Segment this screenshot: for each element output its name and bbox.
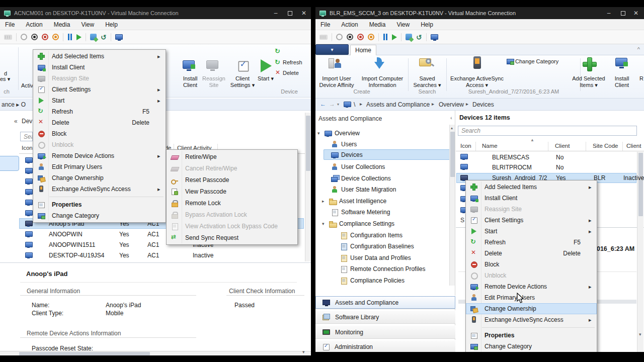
list-scrollbar[interactable] (305, 113, 310, 261)
delete-label[interactable]: Delete (283, 70, 299, 76)
ctx-install-client[interactable]: Install Client (466, 193, 597, 204)
checkpoint-icon[interactable] (90, 34, 97, 40)
history-dropdown-icon[interactable]: ▾ (337, 102, 339, 107)
ctx-change-category[interactable]: Change Category (33, 210, 166, 221)
expander-icon[interactable]: ▾ (322, 221, 326, 226)
sub-retire-wipe[interactable]: Retire/Wipe (167, 151, 297, 162)
tree-configuration-baselines[interactable]: Configuration Baselines (340, 241, 414, 251)
menu-action[interactable]: Action (341, 21, 358, 28)
column-client2[interactable]: Client (626, 143, 641, 149)
device-row-icon[interactable] (25, 156, 32, 163)
ctx-exchange-activesync[interactable]: Exchange ActiveSync Access (466, 314, 597, 325)
tree-asset-intelligence[interactable]: ▸Asset Intelligence (322, 196, 386, 206)
refresh-label[interactable]: Refresh (283, 59, 302, 65)
titlebar-left[interactable]: ACNCM001 on DESKTOP-K1TU0NV - Virtual Ma… (0, 7, 311, 19)
sub-reset-passcode[interactable]: Reset Passcode (167, 174, 297, 186)
breadcrumb-root[interactable]: \ (354, 101, 355, 108)
menu-media[interactable]: Media (54, 21, 70, 28)
ctx-client-settings[interactable]: Client Settings (466, 215, 597, 226)
column-client[interactable]: Client (555, 143, 570, 149)
ctrl-alt-del-icon[interactable] (319, 35, 328, 40)
revert-icon[interactable]: ↺ (416, 34, 422, 41)
sub-remote-lock[interactable]: Remote Lock (167, 197, 297, 209)
minimize-button[interactable]: – (602, 7, 616, 19)
save-state-icon[interactable] (368, 34, 374, 40)
ctx-change-category[interactable]: Change Category (466, 341, 597, 352)
expander-icon[interactable]: ▸ (322, 199, 326, 204)
device-row-icon[interactable] (25, 209, 32, 216)
ctx-properties[interactable]: Properties (33, 199, 166, 210)
checkpoint-icon[interactable] (406, 34, 412, 40)
refresh-icon[interactable] (275, 59, 282, 66)
turn-off-icon[interactable] (347, 34, 353, 40)
ctx-add-selected-items[interactable]: Add Selected Items (466, 182, 597, 193)
device-row-icon[interactable] (25, 199, 32, 206)
ctx-delete[interactable]: DeleteDelete (466, 248, 597, 259)
column-name[interactable]: Name (482, 143, 498, 149)
app-menu-button[interactable]: ▾ (315, 44, 349, 55)
list-scrollbar[interactable]: ▾ (637, 152, 643, 352)
tree-user-collections[interactable]: User Collections (331, 162, 385, 172)
ctrl-alt-del-icon[interactable] (4, 35, 12, 40)
tree-user-state-migration[interactable]: User State Migration (331, 185, 396, 195)
ctx-remote-device-actions[interactable]: Remote Device Actions (466, 281, 597, 292)
titlebar-right[interactable]: BLR_EMS_SCCM_3 on DESKTOP-K1TU0NV - Virt… (315, 7, 644, 19)
maximize-button[interactable] (616, 7, 630, 19)
ctx-edit-primary-users[interactable]: Edit Primary Users (33, 161, 166, 172)
ctx-start[interactable]: Start (33, 95, 166, 106)
forward-icon[interactable]: → (329, 101, 335, 108)
ctx-refresh[interactable]: RefreshF5 (466, 237, 597, 248)
tree-users[interactable]: Users (331, 139, 357, 149)
tree-user-data-profiles[interactable]: User Data and Profiles (340, 253, 411, 263)
nav-monitoring[interactable]: Monitoring (315, 325, 455, 339)
shutdown-icon[interactable] (42, 34, 48, 40)
ctx-refresh[interactable]: RefreshF5 (33, 106, 166, 117)
tree-configuration-items[interactable]: Configuration Items (340, 230, 403, 240)
ctx-edit-primary-users[interactable]: Edit Primary Users (466, 292, 597, 303)
hscrollbar-left[interactable]: ▾ (0, 351, 311, 355)
tree-devices[interactable]: Devices (331, 150, 363, 160)
pause-icon[interactable] (383, 34, 388, 40)
close-button[interactable]: ✕ (629, 7, 643, 19)
column-icon[interactable]: Icon (460, 143, 471, 149)
power-off-icon[interactable] (21, 34, 27, 40)
nav-administration[interactable]: Administration (315, 340, 455, 352)
ctx-block[interactable]: Block (33, 128, 166, 139)
ctx-properties[interactable]: Properties (466, 330, 597, 341)
ctx-exchange-activesync[interactable]: Exchange ActiveSync Access (33, 184, 166, 195)
tree-remote-connection-profiles[interactable]: Remote Connection Profiles (340, 264, 425, 274)
cell-name[interactable]: ANOOPWIN (49, 231, 83, 238)
ctx-client-settings[interactable]: Client Settings (33, 84, 166, 95)
ctx-install-client[interactable]: Install Client (33, 62, 166, 73)
expander-icon[interactable]: ▾ (317, 131, 321, 136)
revert-icon[interactable]: ↺ (101, 34, 107, 41)
back-icon[interactable]: ← (320, 101, 326, 108)
menu-action[interactable]: Action (26, 21, 42, 28)
cell-name[interactable]: BLRITPROCM (492, 164, 532, 171)
cell-name[interactable]: DESKTOP-4U19JS4 (49, 252, 105, 259)
tree-scrollbar[interactable]: ▴ (449, 125, 455, 286)
menu-file[interactable]: File (5, 21, 15, 28)
enhanced-session-icon[interactable] (431, 34, 438, 40)
nav-assets-and-compliance[interactable]: Assets and Compliance (315, 296, 455, 309)
sub-send-sync-request[interactable]: Send Sync Request (167, 232, 297, 243)
minimize-button[interactable]: – (269, 7, 283, 19)
menu-view[interactable]: View (396, 21, 410, 28)
enhanced-session-icon[interactable] (115, 34, 123, 40)
ctx-delete[interactable]: DeleteDelete (33, 117, 166, 128)
menu-view[interactable]: View (81, 21, 94, 28)
device-row-icon[interactable] (25, 167, 32, 174)
ctx-add-selected-items[interactable]: Add Selected Items (33, 51, 166, 62)
ctx-block[interactable]: Block (466, 259, 597, 270)
tree-software-metering[interactable]: Software Metering (331, 207, 390, 217)
tree-compliance-policies[interactable]: Compliance Policies (340, 276, 405, 286)
search-input[interactable]: Search (458, 126, 637, 136)
breadcrumb-assets[interactable]: Assets and Compliance (366, 101, 430, 108)
breadcrumb-overview[interactable]: Overview (439, 101, 464, 108)
collapse-pane-icon[interactable]: ‹ (450, 115, 452, 121)
search-input[interactable]: Search (20, 132, 33, 141)
tab-home[interactable]: Home (350, 45, 376, 55)
device-row-icon[interactable] (25, 177, 32, 185)
breadcrumb-devices[interactable]: Devices (472, 101, 494, 108)
shutdown-icon[interactable] (357, 34, 364, 40)
